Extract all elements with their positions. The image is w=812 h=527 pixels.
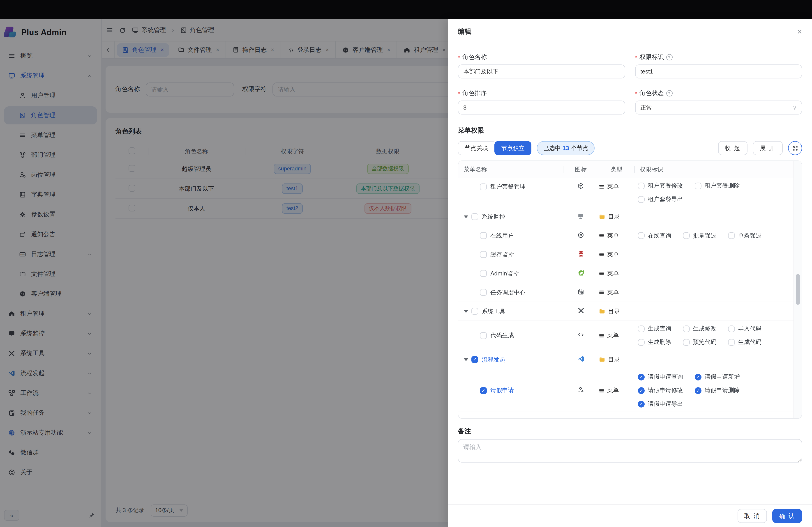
code-icon	[577, 331, 584, 338]
perm-item-在线查询[interactable]: 在线查询	[638, 231, 671, 240]
form-field-角色状态: *角色状态?正常∨	[635, 89, 802, 115]
edit-drawer: 编辑 × *角色名称*权限标识?*角色排序*角色状态?正常∨ 菜单权限 节点关联…	[448, 19, 812, 527]
perm-checkbox[interactable]: ✓	[638, 374, 644, 380]
perm-item-生成修改[interactable]: 生成修改	[683, 325, 716, 333]
perm-item-租户套餐删除[interactable]: 租户套餐删除	[695, 182, 740, 190]
perm-checkbox[interactable]	[683, 232, 690, 239]
tree-column-类型: 类型	[599, 165, 634, 174]
tree-checkbox[interactable]	[480, 251, 487, 258]
tree-row-请假申请[interactable]: ✓请假申请菜单✓请假申请查询✓请假申请新增✓请假申请修改✓请假申请删除✓请假申请…	[458, 369, 794, 412]
perm-item-租户套餐导出[interactable]: 租户套餐导出	[638, 195, 683, 203]
perm-checkbox[interactable]: ✓	[695, 387, 701, 394]
tree-row-缓存监控[interactable]: 缓存监控redis菜单	[458, 245, 794, 264]
tree-checkbox[interactable]	[472, 213, 478, 220]
perm-item-请假申请新增[interactable]: ✓请假申请新增	[695, 373, 740, 381]
perm-item-请假申请修改[interactable]: ✓请假申请修改	[638, 386, 683, 394]
tree-row-在线用户[interactable]: 在线用户菜单在线查询批量强退单条强退	[458, 226, 794, 245]
tree-checkbox[interactable]	[480, 289, 487, 296]
menu-type-icon	[599, 270, 605, 276]
tree-row-代码生成[interactable]: 代码生成菜单生成查询生成修改导入代码生成删除预览代码生成代码	[458, 321, 794, 350]
cancel-button[interactable]: 取 消	[738, 509, 767, 523]
perm-item-请假申请导出[interactable]: ✓请假申请导出	[638, 400, 683, 408]
fullscreen-button[interactable]	[788, 141, 802, 155]
perm-checkbox[interactable]: ✓	[695, 374, 701, 380]
input-角色名称[interactable]	[463, 68, 620, 75]
perm-label: 租户套餐修改	[648, 182, 683, 190]
tree-row-任务调度中心[interactable]: 任务调度中心菜单	[458, 283, 794, 302]
tree-checkbox[interactable]	[480, 232, 487, 239]
tree-scrollbar-thumb[interactable]	[796, 274, 800, 305]
close-icon[interactable]: ×	[797, 27, 802, 36]
drawer-footer: 取 消 确 认	[448, 505, 812, 527]
tree-scrollbar-track[interactable]	[794, 161, 802, 418]
perm-item-生成代码[interactable]: 生成代码	[728, 338, 762, 346]
tree-checkbox[interactable]	[480, 332, 487, 339]
type-label: 菜单	[607, 183, 619, 191]
perm-label: 生成修改	[693, 325, 716, 333]
perm-checkbox[interactable]	[728, 325, 735, 332]
perm-item-生成删除[interactable]: 生成删除	[638, 338, 671, 346]
segment-节点关联[interactable]: 节点关联	[458, 141, 494, 155]
perm-checkbox[interactable]	[638, 232, 644, 239]
note-textarea[interactable]	[458, 439, 802, 463]
confirm-button[interactable]: 确 认	[772, 509, 802, 523]
type-label: 菜单	[607, 231, 619, 240]
menu-permission-title: 菜单权限	[458, 126, 802, 135]
collapse-all-button[interactable]: 收 起	[718, 141, 748, 155]
perm-item-导入代码[interactable]: 导入代码	[728, 325, 762, 333]
tree-checkbox[interactable]	[480, 270, 487, 277]
tree-row-流程发起[interactable]: ✓流程发起目录	[458, 350, 794, 369]
perm-checkbox[interactable]: ✓	[638, 401, 644, 407]
folder-icon	[599, 213, 605, 220]
field-label: 权限标识	[639, 53, 664, 61]
menu-type-icon	[599, 232, 605, 239]
tree-checkbox[interactable]	[472, 308, 478, 315]
perm-checkbox[interactable]	[728, 232, 735, 239]
expander-icon[interactable]	[464, 310, 468, 313]
perm-item-租户套餐修改[interactable]: 租户套餐修改	[638, 182, 683, 190]
help-icon[interactable]: ?	[666, 54, 672, 60]
perm-item-请假申请查询[interactable]: ✓请假申请查询	[638, 373, 683, 381]
perm-item-单条强退[interactable]: 单条强退	[728, 231, 762, 240]
perm-checkbox[interactable]	[638, 196, 644, 202]
perm-checkbox[interactable]	[683, 339, 690, 346]
segment-节点独立[interactable]: 节点独立	[494, 141, 532, 155]
perm-checkbox[interactable]	[695, 182, 701, 189]
tree-header: 菜单名称图标类型权限标识	[458, 161, 802, 178]
perm-checkbox[interactable]	[638, 182, 644, 189]
type-label: 菜单	[607, 269, 619, 277]
input-权限标识[interactable]	[640, 68, 797, 75]
folder-icon	[599, 356, 605, 363]
personarrow-icon	[577, 386, 584, 393]
perm-checkbox[interactable]	[683, 325, 690, 332]
tree-row-系统工具[interactable]: 系统工具目录	[458, 302, 794, 321]
perm-item-生成查询[interactable]: 生成查询	[638, 325, 671, 333]
perm-checkbox[interactable]: ✓	[638, 387, 644, 394]
drawer-header: 编辑 ×	[448, 19, 812, 44]
perm-item-预览代码[interactable]: 预览代码	[683, 338, 716, 346]
expander-icon[interactable]	[464, 215, 468, 218]
tree-row-租户套餐管理[interactable]: 租户套餐管理菜单租户套餐修改租户套餐删除租户套餐导出	[458, 178, 794, 207]
expand-all-button[interactable]: 展 开	[753, 141, 783, 155]
tree-checkbox[interactable]: ✓	[480, 387, 487, 394]
help-icon[interactable]: ?	[666, 90, 672, 96]
menu-permission-tree: 菜单名称图标类型权限标识 租户套餐管理菜单租户套餐修改租户套餐删除租户套餐导出系…	[458, 161, 802, 419]
perm-checkbox[interactable]	[638, 325, 644, 332]
perm-checkbox[interactable]	[728, 339, 735, 346]
perm-item-批量强退[interactable]: 批量强退	[683, 231, 716, 240]
tree-node-label: 系统工具	[482, 307, 505, 315]
perm-checkbox[interactable]	[638, 339, 644, 346]
tree-node-label: 请假申请	[490, 386, 514, 394]
form-field-角色名称: *角色名称	[458, 53, 625, 78]
tree-checkbox[interactable]: ✓	[472, 356, 478, 363]
perm-item-请假申请删除[interactable]: ✓请假申请删除	[695, 386, 740, 394]
type-label: 目录	[608, 307, 620, 315]
tree-row-系统监控[interactable]: 系统监控目录	[458, 207, 794, 226]
input-角色排序[interactable]	[463, 104, 620, 111]
selected-count-pill: 已选中 13 个节点	[537, 141, 595, 155]
tree-row-Admin监控[interactable]: Admin监控spring菜单	[458, 264, 794, 283]
folder-icon	[599, 308, 605, 315]
expander-icon[interactable]	[464, 358, 468, 361]
tree-checkbox[interactable]	[480, 183, 487, 190]
select-角色状态[interactable]: 正常∨	[635, 101, 802, 115]
